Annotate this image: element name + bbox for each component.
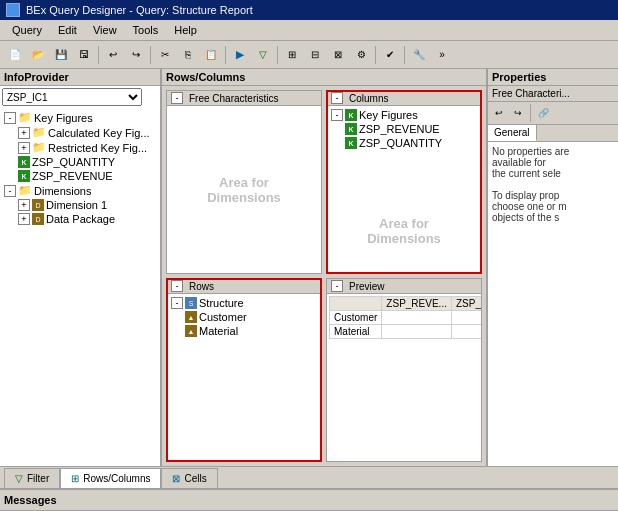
tree-zsp-revenue[interactable]: K ZSP_REVENUE (2, 169, 158, 183)
restricted-label: Restricted Key Fig... (48, 142, 147, 154)
paste-button[interactable]: 📋 (200, 44, 222, 66)
rc-body: - Free Characteristics Area forDimension… (162, 86, 486, 466)
redo-button[interactable]: ↪ (125, 44, 147, 66)
tree-key-figures[interactable]: - 📁 Key Figures (2, 110, 158, 125)
customer-dim-icon: ▲ (185, 311, 197, 323)
properties-toolbar: ↩ ↪ 🔗 (488, 102, 618, 125)
col-quantity[interactable]: K ZSP_QUANTITY (329, 136, 479, 150)
revenue-kf-icon: K (18, 170, 30, 182)
menu-tools[interactable]: Tools (125, 22, 167, 38)
new-button[interactable]: 📄 (4, 44, 26, 66)
prop-btn2[interactable]: ↪ (509, 104, 527, 122)
save-button[interactable]: 💾 (50, 44, 72, 66)
menu-help[interactable]: Help (166, 22, 205, 38)
row-structure[interactable]: - S Structure (169, 296, 319, 310)
col-expander[interactable]: - (331, 92, 343, 104)
tab-general[interactable]: General (488, 125, 537, 141)
col-key-figures-node[interactable]: - K Key Figures (329, 108, 479, 122)
tree-data-package[interactable]: + D Data Package (2, 212, 158, 226)
row-struct-expander[interactable]: - (171, 297, 183, 309)
rows-body[interactable]: - S Structure ▲ Customer ▲ Material (167, 294, 321, 461)
material-label: Material (199, 325, 238, 337)
tree-zsp-quantity[interactable]: K ZSP_QUANTITY (2, 155, 158, 169)
sep5 (375, 46, 376, 64)
prop-line2: available for (492, 157, 614, 168)
menu-query[interactable]: Query (4, 22, 50, 38)
tab-rows-columns[interactable]: ⊞ Rows/Columns (60, 468, 161, 488)
rows-label: Rows (189, 281, 214, 292)
dim-expander[interactable]: - (4, 185, 16, 197)
tab-cells[interactable]: ⊠ Cells (161, 468, 217, 488)
preview-material-cell: Material (330, 325, 382, 339)
run-button[interactable]: ▶ (229, 44, 251, 66)
kf-expander[interactable]: - (4, 112, 16, 124)
cells-button[interactable]: ⊠ (327, 44, 349, 66)
col-quantity-label: ZSP_QUANTITY (359, 137, 442, 149)
col-kf-icon: K (345, 109, 357, 121)
properties-tabs: General (488, 125, 618, 142)
infoprovider-tree: - 📁 Key Figures + 📁 Calculated Key Fig..… (0, 108, 160, 466)
columns-body[interactable]: - K Key Figures K ZSP_REVENUE K ZSP_QUAN… (327, 106, 481, 273)
fc-expander[interactable]: - (171, 92, 183, 104)
tree-dim1[interactable]: + D Dimension 1 (2, 198, 158, 212)
col-revenue-label: ZSP_REVENUE (359, 123, 440, 135)
dp-expander[interactable]: + (18, 213, 30, 225)
cols-button[interactable]: ⊞ (281, 44, 303, 66)
prev-expander[interactable]: - (331, 280, 343, 292)
quantity-label: ZSP_QUANTITY (32, 156, 115, 168)
prop-sep (530, 104, 531, 122)
tree-dimensions[interactable]: - 📁 Dimensions (2, 183, 158, 198)
copy-button[interactable]: ⎘ (177, 44, 199, 66)
prop-btn3[interactable]: 🔗 (534, 104, 552, 122)
sep6 (404, 46, 405, 64)
col-kf-expander[interactable]: - (331, 109, 343, 121)
col-quantity-icon: K (345, 137, 357, 149)
menu-bar: Query Edit View Tools Help (0, 20, 618, 41)
rows-header: - Rows (167, 279, 321, 294)
messages-bar: Messages (0, 488, 618, 510)
prop-btn1[interactable]: ↩ (490, 104, 508, 122)
dim1-expander[interactable]: + (18, 199, 30, 211)
open-button[interactable]: 📂 (27, 44, 49, 66)
tab-filter[interactable]: ▽ Filter (4, 468, 60, 488)
dim-label: Dimensions (34, 185, 91, 197)
preview-table: ZSP_REVE... ZSP_QUAN... Customer (329, 296, 481, 339)
tree-restricted-kf[interactable]: + 📁 Restricted Key Fig... (2, 140, 158, 155)
preview-body: ZSP_REVE... ZSP_QUAN... Customer (327, 294, 481, 341)
col-revenue[interactable]: K ZSP_REVENUE (329, 122, 479, 136)
provider-select[interactable]: ZSP_IC1 (2, 88, 142, 106)
prop-line4: To display prop (492, 190, 614, 201)
calc-expander[interactable]: + (18, 127, 30, 139)
preview-label: Preview (349, 281, 385, 292)
row-customer[interactable]: ▲ Customer (169, 310, 319, 324)
app-icon (6, 3, 20, 17)
preview-header: - Preview (327, 279, 481, 294)
settings-button[interactable]: 🔧 (408, 44, 430, 66)
row-struct-label: Structure (199, 297, 244, 309)
props-button[interactable]: ⚙ (350, 44, 372, 66)
rows-columns-panel: Rows/Columns - Free Characteristics Area… (162, 69, 488, 466)
tree-calc-kf[interactable]: + 📁 Calculated Key Fig... (2, 125, 158, 140)
rows-button[interactable]: ⊟ (304, 44, 326, 66)
free-characteristics-section: - Free Characteristics Area forDimension… (166, 90, 322, 274)
saveas-button[interactable]: 🖫 (73, 44, 95, 66)
filter-button[interactable]: ▽ (252, 44, 274, 66)
row-material[interactable]: ▲ Material (169, 324, 319, 338)
restricted-expander[interactable]: + (18, 142, 30, 154)
preview-customer-qty (451, 311, 481, 325)
row-expander[interactable]: - (171, 280, 183, 292)
rc-header: Rows/Columns (162, 69, 486, 86)
preview-material-qty (451, 325, 481, 339)
check-button[interactable]: ✔ (379, 44, 401, 66)
struct-icon: S (185, 297, 197, 309)
customer-label: Customer (199, 311, 247, 323)
menu-edit[interactable]: Edit (50, 22, 85, 38)
messages-label: Messages (4, 494, 57, 506)
cut-button[interactable]: ✂ (154, 44, 176, 66)
kf-folder-icon: 📁 (18, 111, 32, 124)
more-button[interactable]: » (431, 44, 453, 66)
sep4 (277, 46, 278, 64)
undo-button[interactable]: ↩ (102, 44, 124, 66)
menu-view[interactable]: View (85, 22, 125, 38)
free-char-body[interactable]: Area forDimensions (167, 106, 321, 273)
